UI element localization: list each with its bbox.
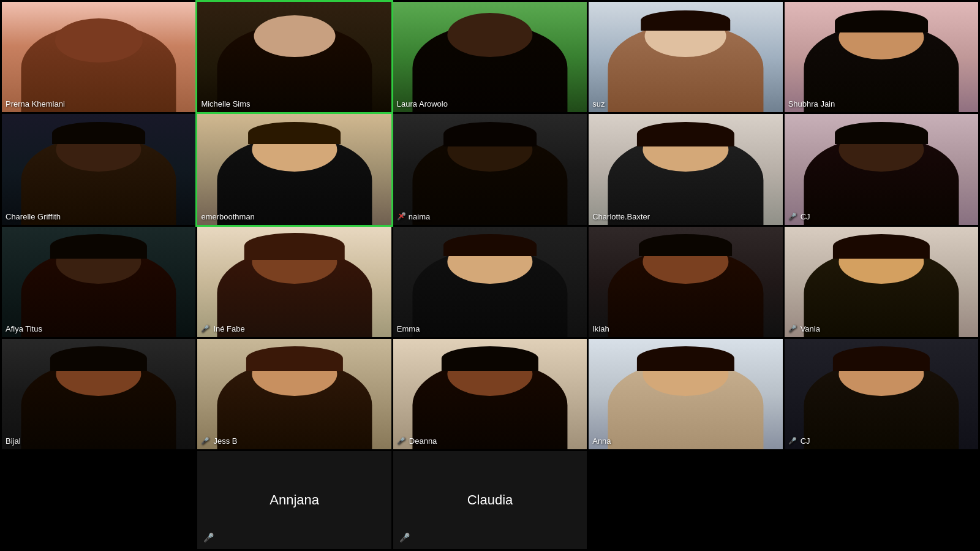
cell-shubhra[interactable]: Shubhra Jain — [785, 2, 978, 112]
cell-emerboothman[interactable]: emerboothman — [197, 114, 391, 224]
cell-afiya[interactable]: Afiya Titus — [2, 227, 195, 337]
participant-name-anna: Anna — [592, 436, 611, 446]
cell-ine[interactable]: 🎤 Iné Fabe — [197, 227, 391, 337]
cell-anna[interactable]: Anna — [589, 339, 782, 449]
participant-name-suz: suz — [592, 99, 605, 108]
row-2: Charelle Griffith emerboothman 🎤✕ naima … — [2, 114, 978, 224]
mute-icon-naima: 🎤✕ — [397, 212, 406, 221]
cell-cj2[interactable]: 🎤 CJ — [785, 339, 978, 449]
participant-name-michelle: Michelle Sims — [201, 99, 250, 108]
cell-empty-right — [589, 451, 782, 549]
participant-name-afiya: Afiya Titus — [6, 324, 42, 333]
row-4: Bijal 🎤 Jess B 🎤 Deanna — [2, 339, 978, 449]
cell-cj1[interactable]: 🎤 CJ — [785, 114, 978, 224]
cell-laura[interactable]: Laura Arowolo — [393, 2, 587, 112]
participant-name-emerboothman: emerboothman — [201, 212, 254, 221]
cell-naima[interactable]: 🎤✕ naima — [393, 114, 587, 224]
cell-deanna[interactable]: 🎤 Deanna — [393, 339, 587, 449]
cell-empty-left — [2, 451, 195, 549]
participant-name-prerna: Prerna Khemlani — [6, 99, 65, 108]
cell-jessb[interactable]: 🎤 Jess B — [197, 339, 391, 449]
cell-charelle[interactable]: Charelle Griffith — [2, 114, 195, 224]
cell-vania[interactable]: 🎤 Vania — [785, 227, 978, 337]
participant-name-cj1: 🎤 CJ — [788, 212, 810, 221]
cell-ikiah[interactable]: Ikiah — [589, 227, 782, 337]
cell-prerna[interactable]: Prerna Khemlani — [2, 2, 195, 112]
cell-claudia[interactable]: Claudia 🎤 — [393, 451, 587, 549]
cell-bijal[interactable]: Bijal — [2, 339, 195, 449]
cell-annjana[interactable]: Annjana 🎤 — [197, 451, 391, 549]
participant-name-vania: 🎤 Vania — [788, 324, 820, 333]
participant-name-bijal: Bijal — [6, 436, 21, 446]
participant-name-emma: Emma — [397, 324, 420, 333]
participant-name-charelle: Charelle Griffith — [6, 212, 61, 221]
participant-name-naima: 🎤✕ naima — [397, 212, 430, 221]
participant-name-charlotte: Charlotte.Baxter — [592, 212, 650, 221]
cell-empty-far-right — [785, 451, 978, 549]
row-3: Afiya Titus 🎤 Iné Fabe Emma Ikiah — [2, 227, 978, 337]
row-5: Annjana 🎤 Claudia 🎤 — [2, 451, 978, 549]
cell-charlotte[interactable]: Charlotte.Baxter — [589, 114, 782, 224]
cell-emma[interactable]: Emma — [393, 227, 587, 337]
video-grid: Prerna Khemlani Michelle Sims Laura Arow… — [0, 0, 980, 551]
participant-name-laura: Laura Arowolo — [397, 99, 448, 108]
participant-name-shubhra: Shubhra Jain — [788, 99, 835, 108]
participant-name-jessb: 🎤 Jess B — [201, 436, 237, 446]
participant-name-claudia: Claudia — [467, 492, 513, 508]
participant-name-cj2: 🎤 CJ — [788, 436, 810, 446]
row-1: Prerna Khemlani Michelle Sims Laura Arow… — [2, 2, 978, 112]
cell-suz[interactable]: suz — [589, 2, 782, 112]
participant-name-annjana: Annjana — [270, 492, 319, 508]
participant-name-ikiah: Ikiah — [592, 324, 609, 333]
participant-name-deanna: 🎤 Deanna — [397, 436, 437, 446]
cell-michelle[interactable]: Michelle Sims — [197, 2, 391, 112]
participant-name-ine: 🎤 Iné Fabe — [201, 324, 244, 333]
